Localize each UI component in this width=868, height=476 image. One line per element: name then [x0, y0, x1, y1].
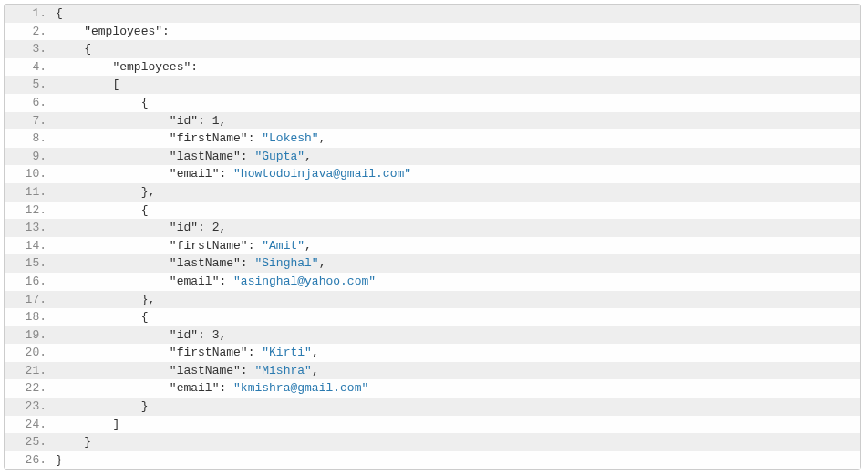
code-line: 14. "firstName": "Amit",	[5, 237, 860, 255]
line-number: 17.	[5, 291, 50, 309]
code-content: "email": "asinghal@yahoo.com"	[50, 273, 376, 291]
code-line: 7. "id": 1,	[5, 112, 860, 130]
line-number: 11.	[5, 183, 50, 202]
token: },	[141, 185, 156, 199]
code-line: 20. "firstName": "Kirti",	[5, 344, 860, 362]
code-content: }	[50, 398, 148, 416]
line-number: 8.	[5, 129, 50, 148]
line-number: 12.	[5, 202, 50, 220]
code-content: [	[50, 76, 119, 94]
token: :	[248, 346, 263, 359]
code-content: {	[50, 308, 148, 326]
line-number: 9.	[5, 148, 50, 166]
line-number: 3.	[5, 40, 50, 58]
token: :	[162, 25, 170, 38]
line-number: 18.	[5, 308, 50, 326]
code-line: 18. {	[5, 308, 860, 326]
code-line: 21. "lastName": "Mishra",	[5, 362, 860, 380]
code-content: "lastName": "Gupta",	[50, 148, 312, 166]
line-number: 22.	[5, 379, 50, 398]
token: }	[141, 399, 149, 413]
token: ,	[319, 131, 326, 145]
token: {	[141, 203, 149, 217]
token: :	[198, 221, 212, 234]
token: [	[112, 78, 119, 91]
token: :	[248, 239, 263, 253]
token: },	[141, 293, 156, 306]
token: "Amit"	[262, 239, 305, 253]
token: :	[191, 60, 198, 74]
code-content: }	[50, 451, 63, 470]
code-line: 12. {	[5, 202, 860, 220]
token: ,	[219, 221, 226, 234]
token: :	[198, 114, 212, 128]
code-line: 8. "firstName": "Lokesh",	[5, 129, 860, 148]
code-content: "lastName": "Mishra",	[50, 362, 319, 380]
code-line: 2. "employees":	[5, 23, 860, 41]
code-content: {	[50, 202, 148, 220]
token: "Mishra"	[254, 364, 311, 378]
token: }	[56, 453, 63, 467]
token: "lastName"	[170, 364, 241, 378]
token: "firstName"	[170, 239, 248, 253]
code-content: "email": "howtodoinjava@gmail.com"	[50, 165, 411, 183]
code-line: 23. }	[5, 398, 860, 416]
token: {	[141, 310, 149, 324]
token: }	[84, 435, 91, 449]
line-number: 26.	[5, 451, 50, 470]
token: "Lokesh"	[262, 131, 318, 145]
token: "firstName"	[170, 346, 248, 359]
code-line: 25. }	[5, 433, 860, 451]
code-block: 1.{2. "employees":3. {4. "employees":5. …	[4, 4, 861, 470]
code-line: 11. },	[5, 183, 860, 202]
line-number: 2.	[5, 23, 50, 41]
token: "Kirti"	[262, 346, 312, 359]
code-content: "email": "kmishra@gmail.com"	[50, 379, 368, 398]
code-content: {	[50, 5, 63, 23]
code-line: 9. "lastName": "Gupta",	[5, 148, 860, 166]
line-number: 21.	[5, 362, 50, 380]
token: {	[84, 42, 91, 56]
token: ,	[219, 328, 226, 342]
token: "employees"	[84, 25, 162, 38]
token: ,	[312, 346, 319, 359]
token: ,	[219, 114, 226, 128]
token: ,	[305, 150, 312, 163]
code-line: 4. "employees":	[5, 58, 860, 77]
token: "employees"	[112, 60, 191, 74]
line-number: 10.	[5, 165, 50, 183]
token: "Singhal"	[254, 256, 318, 270]
token: "email"	[170, 381, 220, 395]
code-content: "lastName": "Singhal",	[50, 254, 326, 273]
line-number: 25.	[5, 433, 50, 451]
code-content: "id": 3,	[50, 326, 226, 345]
code-content: "employees":	[50, 23, 170, 41]
line-number: 24.	[5, 416, 50, 434]
token: "id"	[170, 328, 198, 342]
code-line: 6. {	[5, 94, 860, 112]
token: "id"	[170, 221, 198, 234]
token: :	[241, 256, 255, 270]
token: ,	[312, 364, 319, 378]
token: "email"	[170, 167, 220, 181]
code-content: },	[50, 291, 155, 309]
line-number: 5.	[5, 76, 50, 94]
line-number: 14.	[5, 237, 50, 255]
code-line: 26.}	[5, 451, 860, 470]
code-content: },	[50, 183, 155, 202]
code-line: 15. "lastName": "Singhal",	[5, 254, 860, 273]
code-line: 24. ]	[5, 416, 860, 434]
code-line: 22. "email": "kmishra@gmail.com"	[5, 379, 860, 398]
code-content: {	[50, 40, 91, 58]
code-content: }	[50, 433, 91, 451]
line-number: 6.	[5, 94, 50, 112]
code-line: 19. "id": 3,	[5, 326, 860, 345]
line-number: 1.	[5, 5, 50, 23]
token: ,	[319, 256, 326, 270]
code-line: 10. "email": "howtodoinjava@gmail.com"	[5, 165, 860, 183]
token: ]	[112, 418, 119, 431]
token: ,	[305, 239, 312, 253]
line-number: 13.	[5, 219, 50, 237]
code-content: "firstName": "Lokesh",	[50, 129, 326, 148]
line-number: 4.	[5, 58, 50, 77]
